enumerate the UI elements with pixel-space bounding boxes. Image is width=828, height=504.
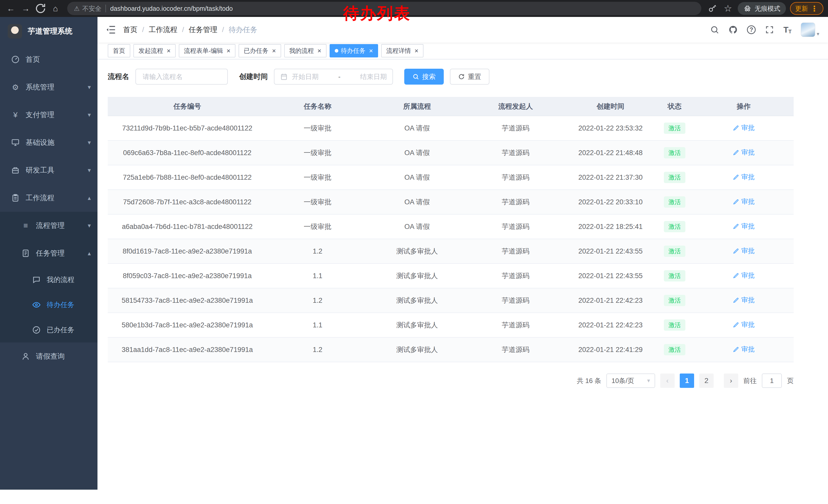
avatar[interactable]	[801, 22, 815, 37]
approve-link[interactable]: 审批	[733, 148, 755, 157]
initiator: 芋道源码	[466, 264, 565, 288]
page-number-button[interactable]: 1	[680, 373, 694, 388]
menu-fold-icon[interactable]	[105, 24, 117, 35]
page-number-button[interactable]: 2	[699, 373, 714, 388]
approve-link[interactable]: 审批	[733, 320, 755, 329]
tab-item[interactable]: 流程表单-编辑×	[179, 44, 236, 57]
approve-link[interactable]: 审批	[733, 197, 755, 206]
incognito-label: 无痕模式	[755, 4, 780, 13]
status-badge: 激活	[664, 245, 686, 257]
github-icon[interactable]	[729, 25, 738, 34]
close-icon[interactable]: ×	[226, 47, 230, 54]
task-name: 一级审批	[267, 165, 368, 190]
page-size-select[interactable]: 10条/页 ▾	[606, 373, 655, 388]
tab-label: 发起流程	[138, 47, 163, 55]
breadcrumb-item[interactable]: 首页	[123, 25, 137, 35]
approve-link[interactable]: 审批	[733, 123, 755, 132]
close-icon[interactable]: ×	[167, 47, 171, 54]
table-header-row: 任务编号 任务名称 所属流程 流程发起人 创建时间 状态 操作	[108, 97, 794, 116]
close-icon[interactable]: ×	[272, 47, 276, 54]
prev-page-button[interactable]: ‹	[660, 373, 675, 388]
approve-link[interactable]: 审批	[733, 345, 755, 354]
sidebar-item-todo-tasks[interactable]: 待办任务	[0, 292, 97, 317]
next-page-button[interactable]: ›	[724, 373, 738, 388]
font-size-icon[interactable]: TT	[783, 25, 792, 35]
user-menu[interactable]: ▾	[801, 22, 819, 37]
sidebar-item-my-process[interactable]: 我的流程	[0, 267, 97, 292]
column-header: 创建时间	[565, 97, 656, 116]
sidebar-item-payment[interactable]: ¥ 支付管理 ▾	[0, 101, 97, 129]
edit-icon	[733, 272, 739, 279]
reset-button[interactable]: 重置	[450, 69, 489, 85]
search-icon	[412, 73, 419, 80]
chevron-down-icon: ▾	[88, 167, 91, 174]
browser-refresh-icon[interactable]	[34, 2, 47, 15]
browser-back-icon[interactable]: ←	[5, 2, 17, 15]
tab-item[interactable]: 首页	[108, 44, 130, 57]
browser-forward-icon[interactable]: →	[19, 2, 32, 15]
update-label: 更新	[795, 4, 808, 13]
chevron-up-icon: ▴	[88, 194, 91, 201]
sidebar-item-infra[interactable]: 基础设施 ▾	[0, 129, 97, 156]
task-name: 1.1	[267, 313, 368, 337]
app-title: 芋道管理系统	[28, 26, 72, 36]
breadcrumb-item[interactable]: 任务管理	[189, 25, 217, 35]
table-row: 75d72608-7b7f-11ec-a3c8-acde48001122一级审批…	[108, 190, 794, 214]
filter-form: 流程名 创建时间 开始日期 - 结束日期 搜索 重置	[108, 69, 828, 85]
tab-item[interactable]: 我的流程×	[284, 44, 327, 57]
column-header: 任务编号	[108, 97, 267, 116]
goto-label: 前往	[743, 376, 757, 385]
tab-item[interactable]: 流程详情×	[381, 44, 423, 57]
top-navbar: 首页 / 工作流程 / 任务管理 / 待办任务 ?	[97, 17, 828, 43]
browser-menu-icon[interactable]: ⋮	[811, 4, 818, 13]
task-id: a6aba0a4-7b6d-11ec-b781-acde48001122	[108, 214, 267, 239]
approve-link[interactable]: 审批	[733, 173, 755, 182]
approve-link[interactable]: 审批	[733, 295, 755, 305]
fullscreen-icon[interactable]	[765, 25, 774, 34]
sidebar-item-leave-query[interactable]: 请假查询	[0, 342, 97, 370]
browser-update-button[interactable]: 更新 ⋮	[790, 2, 823, 15]
created-time: 2022-01-21 22:43:55	[565, 239, 656, 264]
sidebar-item-task-mgmt[interactable]: 任务管理 ▴	[0, 239, 97, 267]
sidebar-item-system[interactable]: ⚙ 系统管理 ▾	[0, 73, 97, 101]
approve-link[interactable]: 审批	[733, 246, 755, 255]
close-icon[interactable]: ×	[318, 47, 321, 54]
browser-home-icon[interactable]: ⌂	[49, 2, 61, 15]
created-time: 2022-01-22 21:48:48	[565, 140, 656, 165]
process-name-input[interactable]	[135, 69, 228, 85]
page-suffix: 页	[787, 376, 794, 385]
address-bar[interactable]: ⚠ 不安全 dashboard.yudao.iocoder.cn/bpm/tas…	[67, 2, 701, 15]
process-name: OA 请假	[368, 190, 466, 214]
help-icon[interactable]: ?	[747, 26, 756, 34]
sidebar-item-process-mgmt[interactable]: ≡ 流程管理 ▾	[0, 212, 97, 239]
created-time: 2022-01-21 22:43:55	[565, 264, 656, 288]
sidebar-item-done-tasks[interactable]: 已办任务	[0, 317, 97, 342]
tab-item[interactable]: 已办任务×	[239, 44, 281, 57]
search-button[interactable]: 搜索	[404, 69, 444, 85]
task-id: 381aa1dd-7ac8-11ec-a9e2-a2380e71991a	[108, 337, 267, 362]
close-icon[interactable]: ×	[369, 47, 373, 54]
sidebar-item-home[interactable]: 首页	[0, 46, 97, 73]
date-range-picker[interactable]: 开始日期 - 结束日期	[274, 69, 393, 85]
tab-label: 已办任务	[244, 47, 268, 55]
sidebar-item-workflow[interactable]: 工作流程 ▴	[0, 184, 97, 212]
task-id: 8f0d1619-7ac8-11ec-a9e2-a2380e71991a	[108, 239, 267, 264]
bookmark-star-icon[interactable]: ☆	[722, 3, 734, 14]
key-icon[interactable]	[707, 3, 718, 14]
warning-icon: ⚠	[74, 5, 80, 12]
breadcrumb-item[interactable]: 工作流程	[149, 25, 177, 35]
goto-page-input[interactable]	[762, 373, 782, 388]
sidebar-item-devtools[interactable]: 研发工具 ▾	[0, 156, 97, 184]
approve-link[interactable]: 审批	[733, 222, 755, 231]
task-id: 75d72608-7b7f-11ec-a3c8-acde48001122	[108, 190, 267, 214]
tab-item[interactable]: 待办任务×	[330, 44, 378, 57]
gear-icon: ⚙	[10, 83, 20, 92]
app-logo-row[interactable]: 芋道管理系统	[0, 17, 97, 46]
search-icon[interactable]	[710, 25, 719, 34]
tab-item[interactable]: 发起流程×	[133, 44, 176, 57]
edit-icon	[733, 198, 739, 205]
close-icon[interactable]: ×	[415, 47, 418, 54]
incognito-badge: 无痕模式	[738, 2, 786, 15]
approve-link[interactable]: 审批	[733, 271, 755, 280]
task-name: 一级审批	[267, 116, 368, 140]
